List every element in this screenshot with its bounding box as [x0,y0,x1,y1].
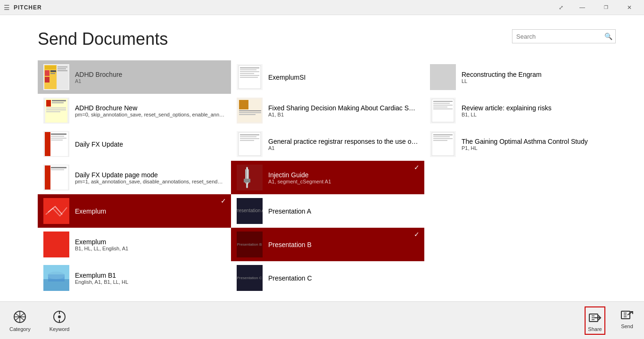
doc-info-daily-fx: Daily FX Update [75,141,225,148]
doc-meta-review-article: B1, LL [462,112,610,117]
svg-rect-73 [433,105,453,106]
svg-rect-81 [433,140,447,141]
search-button[interactable]: 🔍 [601,29,615,43]
svg-rect-55 [240,138,259,139]
doc-info-gaining-optimal: The Gaining Optimal Asthma Control Study… [462,138,610,151]
svg-rect-78 [433,134,453,135]
doc-thumb-daily-fx-page [43,165,69,190]
close-button[interactable]: ✕ [619,0,640,15]
doc-name-adhd-brochure-new: ADHD Brochure New [75,104,225,112]
svg-rect-25 [51,140,63,141]
bottom-left-actions: Category Keyword [9,309,69,332]
doc-name-cardiac: Fixed Sharing Decision Making About Card… [268,104,419,112]
doc-item-review-article[interactable]: Review article: explaining risks B1, LL [424,94,616,127]
svg-rect-30 [51,169,64,170]
doc-item-daily-fx-page[interactable]: Daily FX Update page mode pm=1, ask_anno… [38,161,231,194]
doc-info-adhd-brochure-new: ADHD Brochure New pm=0, skip_annotation_… [75,104,225,117]
check-mark-injection: ✓ [414,164,420,171]
doc-item-exemplum2[interactable]: Exemplum B1, HL, LL, English, A1 [38,228,231,261]
doc-name-daily-fx-page: Daily FX Update page mode [75,171,225,179]
svg-rect-70 [432,99,454,122]
minimize-button[interactable]: — [571,0,593,15]
header-row: Send Documents 🔍 [38,29,616,49]
svg-rect-28 [45,165,50,190]
category-button[interactable]: Category [9,309,31,332]
svg-rect-54 [240,136,256,137]
share-button[interactable]: Share [587,309,603,332]
doc-info-review-article: Review article: explaining risks B1, LL [462,104,610,117]
app-title: PITCHER [14,4,42,11]
keyword-icon [52,309,67,324]
column-3: Reconstructing the Engram LL [424,60,616,295]
doc-item-adhd-brochure-new[interactable]: ADHD Brochure New pm=0, skip_annotation_… [38,94,231,127]
external-link-icon[interactable]: ⤢ [556,3,566,12]
doc-meta-injection: A1, segment_cSegment A1 [268,179,419,184]
doc-info-exemplum-b1: Exemplum B1 English, A1, B1, LL, HL [75,272,225,285]
bottom-bar: Category Keyword [0,301,644,339]
doc-info-presentation-c: Presentation C [268,274,419,282]
doc-item-cardiac[interactable]: Fixed Sharing Decision Making About Card… [231,94,424,127]
svg-rect-13 [46,100,51,107]
keyword-label: Keyword [50,326,70,332]
column-2: ExemplumSI Fixed Shar [231,60,424,295]
doc-item-gaining-optimal[interactable]: The Gaining Optimal Asthma Control Study… [424,127,616,161]
svg-rect-41 [240,71,259,72]
doc-name-presentation-c: Presentation C [268,274,419,282]
hamburger-icon[interactable]: ☰ [4,4,10,11]
svg-text:Presentation A: Presentation A [237,208,263,213]
svg-rect-29 [51,167,66,168]
restore-button[interactable]: ❐ [595,0,617,15]
svg-rect-18 [46,111,60,112]
svg-rect-56 [240,140,254,141]
send-button[interactable]: Send [619,306,635,335]
doc-name-exemplum-selected: Exemplum [75,207,225,215]
doc-thumb-cardiac [237,98,263,124]
doc-info-cardiac: Fixed Sharing Decision Making About Card… [268,104,419,117]
share-label: Share [588,326,602,332]
main-content: Send Documents 🔍 [0,15,644,301]
doc-name-exemplum-b1: Exemplum B1 [75,272,225,279]
svg-rect-23 [51,136,64,137]
search-input[interactable] [512,33,601,40]
svg-rect-15 [52,102,64,103]
doc-item-injection[interactable]: ✓ Injectin Guide A1, segment_cSegment A1 [231,161,424,194]
doc-name-presentation-b: Presentation B [268,241,419,248]
check-mark-presentation-b: ✓ [414,231,420,238]
doc-info-adhd-brochure: ADHD Brochure A1 [75,71,225,84]
svg-rect-8 [58,66,67,67]
doc-name-review-article: Review article: explaining risks [462,104,610,112]
doc-name-gaining-optimal: The Gaining Optimal Asthma Control Study [462,138,610,145]
doc-info-reconstructing: Reconstructing the Engram LL [462,71,610,84]
doc-item-exemplum-b1[interactable]: Exemplum B1 English, A1, B1, LL, HL [38,261,231,295]
doc-item-presentation-a[interactable]: Presentation A Presentation A [231,194,424,228]
title-bar: ☰ PITCHER ⤢ — ❐ ✕ [0,0,644,15]
svg-rect-43 [240,75,259,76]
svg-rect-61 [244,179,250,182]
svg-rect-47 [239,100,248,109]
check-mark-exemplum: ✓ [221,197,226,205]
doc-thumb-general-practice [237,131,263,157]
doc-item-general-practice[interactable]: General practice registrar responses to … [231,127,424,161]
doc-item-daily-fx[interactable]: Daily FX Update [38,127,231,161]
doc-item-reconstructing[interactable]: Reconstructing the Engram LL [424,60,616,94]
doc-item-adhd-brochure[interactable]: ADHD Brochure A1 [38,60,231,94]
send-label: Send [621,323,633,329]
doc-thumb-exemplum-b1 [43,265,69,291]
doc-item-presentation-c[interactable]: Presentation C Presentation C [231,261,424,295]
doc-info-presentation-a: Presentation A [268,207,419,215]
doc-item-exemplum-selected[interactable]: ✓ Exemplum [38,194,231,228]
doc-name-adhd-brochure: ADHD Brochure [75,71,225,78]
keyword-button[interactable]: Keyword [50,309,70,332]
svg-point-36 [48,272,65,279]
title-bar-right: ⤢ — ❐ ✕ [556,0,640,15]
doc-meta-general-practice: A1 [268,145,419,151]
documents-grid: ADHD Brochure A1 [38,60,616,295]
doc-item-exemplumsi[interactable]: ExemplumSI [231,60,424,94]
doc-name-presentation-a: Presentation A [268,207,419,215]
doc-meta-daily-fx-page: pm=1, ask_annotation_save, disable_annot… [75,179,225,184]
doc-info-general-practice: General practice registrar responses to … [268,138,419,151]
doc-thumb-gaining-optimal [430,131,456,157]
svg-rect-10 [58,70,67,71]
svg-rect-39 [240,67,259,68]
doc-item-presentation-b[interactable]: ✓ Presentation B Presentation B [231,228,424,261]
